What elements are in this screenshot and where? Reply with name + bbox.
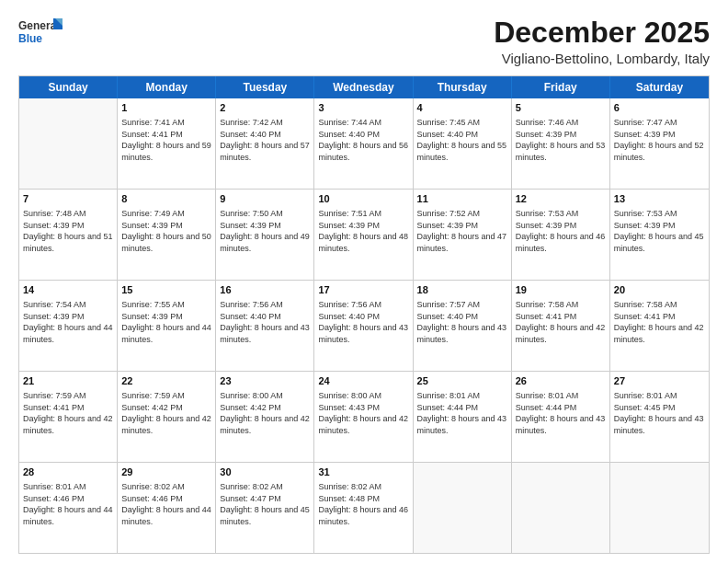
day-number: 26 xyxy=(516,374,606,388)
header: General Blue December 2025 Vigliano-Bett… xyxy=(18,17,710,66)
calendar-cell: 29 Sunrise: 8:02 AMSunset: 4:46 PMDaylig… xyxy=(118,463,216,553)
calendar-cell: 20 Sunrise: 7:58 AMSunset: 4:41 PMDaylig… xyxy=(610,281,709,371)
cell-info: Sunrise: 7:54 AMSunset: 4:39 PMDaylight:… xyxy=(23,299,113,345)
cell-info: Sunrise: 7:41 AMSunset: 4:41 PMDaylight:… xyxy=(121,117,211,163)
day-number: 1 xyxy=(121,101,211,115)
day-number: 31 xyxy=(318,465,408,479)
day-number: 23 xyxy=(220,374,310,388)
cell-info: Sunrise: 8:01 AMSunset: 4:46 PMDaylight:… xyxy=(23,481,113,527)
cell-info: Sunrise: 7:52 AMSunset: 4:39 PMDaylight:… xyxy=(417,208,507,254)
cell-info: Sunrise: 7:51 AMSunset: 4:39 PMDaylight:… xyxy=(318,208,408,254)
cell-info: Sunrise: 8:02 AMSunset: 4:46 PMDaylight:… xyxy=(121,481,211,527)
day-number: 4 xyxy=(417,101,507,115)
title-block: December 2025 Vigliano-Bettolino, Lombar… xyxy=(494,17,710,66)
cell-info: Sunrise: 7:57 AMSunset: 4:40 PMDaylight:… xyxy=(417,299,507,345)
cell-info: Sunrise: 7:58 AMSunset: 4:41 PMDaylight:… xyxy=(614,299,705,345)
day-number: 5 xyxy=(516,101,606,115)
day-number: 30 xyxy=(220,465,310,479)
day-number: 29 xyxy=(121,465,211,479)
calendar-header: SundayMondayTuesdayWednesdayThursdayFrid… xyxy=(19,76,709,98)
cell-info: Sunrise: 8:01 AMSunset: 4:44 PMDaylight:… xyxy=(417,390,507,436)
calendar-cell xyxy=(19,98,118,189)
calendar-cell: 1 Sunrise: 7:41 AMSunset: 4:41 PMDayligh… xyxy=(118,98,216,189)
cell-info: Sunrise: 7:59 AMSunset: 4:42 PMDaylight:… xyxy=(121,390,211,436)
day-number: 12 xyxy=(516,192,606,206)
calendar-week-2: 7 Sunrise: 7:48 AMSunset: 4:39 PMDayligh… xyxy=(19,189,709,280)
cell-info: Sunrise: 7:53 AMSunset: 4:39 PMDaylight:… xyxy=(516,208,606,254)
calendar-cell: 25 Sunrise: 8:01 AMSunset: 4:44 PMDaylig… xyxy=(414,372,512,462)
cell-info: Sunrise: 8:02 AMSunset: 4:47 PMDaylight:… xyxy=(220,481,310,527)
day-number: 8 xyxy=(121,192,211,206)
logo: General Blue xyxy=(18,17,64,50)
cell-info: Sunrise: 7:46 AMSunset: 4:39 PMDaylight:… xyxy=(516,117,606,163)
header-day-tuesday: Tuesday xyxy=(216,76,314,98)
calendar-cell xyxy=(414,463,512,553)
calendar-cell: 3 Sunrise: 7:44 AMSunset: 4:40 PMDayligh… xyxy=(314,98,413,189)
calendar-cell xyxy=(512,463,610,553)
page: General Blue December 2025 Vigliano-Bett… xyxy=(0,0,728,563)
header-day-monday: Monday xyxy=(118,76,216,98)
day-number: 22 xyxy=(121,374,211,388)
day-number: 14 xyxy=(23,283,113,297)
location-title: Vigliano-Bettolino, Lombardy, Italy xyxy=(494,51,710,66)
calendar-cell: 16 Sunrise: 7:56 AMSunset: 4:40 PMDaylig… xyxy=(216,281,314,371)
calendar-body: 1 Sunrise: 7:41 AMSunset: 4:41 PMDayligh… xyxy=(19,98,709,553)
day-number: 2 xyxy=(220,101,310,115)
calendar-cell: 24 Sunrise: 8:00 AMSunset: 4:43 PMDaylig… xyxy=(314,372,413,462)
calendar-cell: 26 Sunrise: 8:01 AMSunset: 4:44 PMDaylig… xyxy=(512,372,610,462)
calendar-cell: 27 Sunrise: 8:01 AMSunset: 4:45 PMDaylig… xyxy=(610,372,709,462)
calendar-cell: 15 Sunrise: 7:55 AMSunset: 4:39 PMDaylig… xyxy=(118,281,216,371)
cell-info: Sunrise: 7:49 AMSunset: 4:39 PMDaylight:… xyxy=(121,208,211,254)
calendar-cell: 17 Sunrise: 7:56 AMSunset: 4:40 PMDaylig… xyxy=(314,281,413,371)
day-number: 28 xyxy=(23,465,113,479)
cell-info: Sunrise: 8:00 AMSunset: 4:43 PMDaylight:… xyxy=(318,390,408,436)
svg-text:Blue: Blue xyxy=(18,32,42,45)
cell-info: Sunrise: 7:50 AMSunset: 4:39 PMDaylight:… xyxy=(220,208,310,254)
cell-info: Sunrise: 7:47 AMSunset: 4:39 PMDaylight:… xyxy=(614,117,705,163)
day-number: 21 xyxy=(23,374,113,388)
day-number: 6 xyxy=(614,101,705,115)
cell-info: Sunrise: 7:48 AMSunset: 4:39 PMDaylight:… xyxy=(23,208,113,254)
cell-info: Sunrise: 7:59 AMSunset: 4:41 PMDaylight:… xyxy=(23,390,113,436)
day-number: 15 xyxy=(121,283,211,297)
day-number: 9 xyxy=(220,192,310,206)
calendar-cell: 11 Sunrise: 7:52 AMSunset: 4:39 PMDaylig… xyxy=(414,190,512,280)
svg-text:General: General xyxy=(18,19,60,32)
day-number: 13 xyxy=(614,192,705,206)
cell-info: Sunrise: 7:58 AMSunset: 4:41 PMDaylight:… xyxy=(516,299,606,345)
calendar-cell: 9 Sunrise: 7:50 AMSunset: 4:39 PMDayligh… xyxy=(216,190,314,280)
calendar-cell: 7 Sunrise: 7:48 AMSunset: 4:39 PMDayligh… xyxy=(19,190,118,280)
day-number: 3 xyxy=(318,101,408,115)
calendar-cell: 2 Sunrise: 7:42 AMSunset: 4:40 PMDayligh… xyxy=(216,98,314,189)
day-number: 27 xyxy=(614,374,705,388)
header-day-wednesday: Wednesday xyxy=(314,76,413,98)
calendar-cell: 14 Sunrise: 7:54 AMSunset: 4:39 PMDaylig… xyxy=(19,281,118,371)
day-number: 11 xyxy=(417,192,507,206)
calendar-cell: 28 Sunrise: 8:01 AMSunset: 4:46 PMDaylig… xyxy=(19,463,118,553)
calendar-cell: 30 Sunrise: 8:02 AMSunset: 4:47 PMDaylig… xyxy=(216,463,314,553)
header-day-saturday: Saturday xyxy=(610,76,709,98)
cell-info: Sunrise: 7:55 AMSunset: 4:39 PMDaylight:… xyxy=(121,299,211,345)
header-day-sunday: Sunday xyxy=(19,76,118,98)
day-number: 25 xyxy=(417,374,507,388)
calendar-cell: 19 Sunrise: 7:58 AMSunset: 4:41 PMDaylig… xyxy=(512,281,610,371)
calendar-week-4: 21 Sunrise: 7:59 AMSunset: 4:41 PMDaylig… xyxy=(19,371,709,462)
cell-info: Sunrise: 8:01 AMSunset: 4:44 PMDaylight:… xyxy=(516,390,606,436)
day-number: 19 xyxy=(516,283,606,297)
calendar: SundayMondayTuesdayWednesdayThursdayFrid… xyxy=(18,75,710,554)
calendar-cell xyxy=(610,463,709,553)
logo-svg: General Blue xyxy=(18,17,64,50)
header-day-friday: Friday xyxy=(512,76,610,98)
calendar-cell: 12 Sunrise: 7:53 AMSunset: 4:39 PMDaylig… xyxy=(512,190,610,280)
cell-info: Sunrise: 8:01 AMSunset: 4:45 PMDaylight:… xyxy=(614,390,705,436)
day-number: 16 xyxy=(220,283,310,297)
calendar-cell: 21 Sunrise: 7:59 AMSunset: 4:41 PMDaylig… xyxy=(19,372,118,462)
cell-info: Sunrise: 7:56 AMSunset: 4:40 PMDaylight:… xyxy=(318,299,408,345)
cell-info: Sunrise: 7:42 AMSunset: 4:40 PMDaylight:… xyxy=(220,117,310,163)
cell-info: Sunrise: 7:44 AMSunset: 4:40 PMDaylight:… xyxy=(318,117,408,163)
header-day-thursday: Thursday xyxy=(414,76,512,98)
calendar-cell: 5 Sunrise: 7:46 AMSunset: 4:39 PMDayligh… xyxy=(512,98,610,189)
cell-info: Sunrise: 8:00 AMSunset: 4:42 PMDaylight:… xyxy=(220,390,310,436)
calendar-week-3: 14 Sunrise: 7:54 AMSunset: 4:39 PMDaylig… xyxy=(19,280,709,371)
day-number: 10 xyxy=(318,192,408,206)
